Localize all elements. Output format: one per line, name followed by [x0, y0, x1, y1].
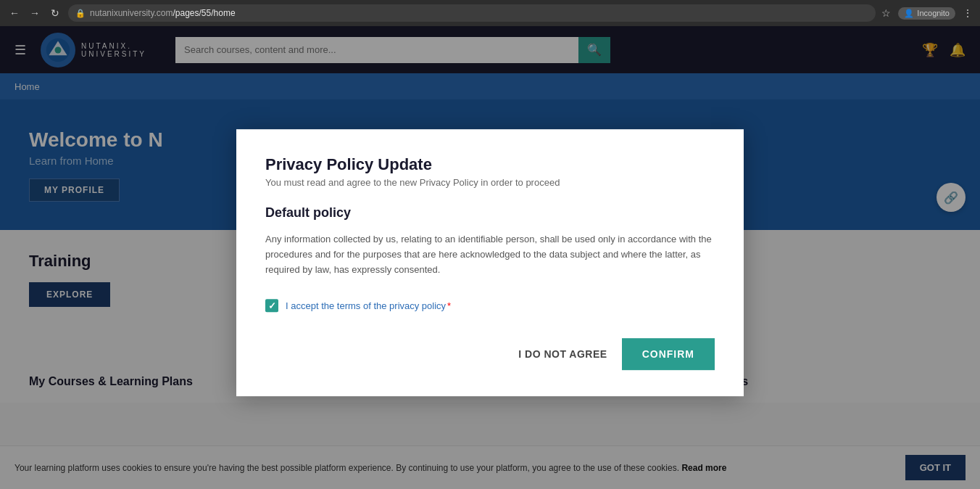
browser-actions: ☆ 👤 Incognito ⋮ [881, 7, 973, 20]
no-agree-button[interactable]: I DO NOT AGREE [518, 349, 607, 361]
forward-button[interactable]: → [28, 6, 42, 20]
incognito-label: Incognito [917, 9, 950, 17]
checkbox-label[interactable]: I accept the terms of the privacy policy… [286, 300, 451, 311]
modal-actions: I DO NOT AGREE CONFIRM [265, 339, 715, 371]
checkbox-row: I accept the terms of the privacy policy… [265, 300, 715, 313]
incognito-icon: 👤 [904, 9, 914, 18]
lock-icon: 🔒 [75, 9, 86, 18]
accept-checkbox[interactable] [265, 300, 278, 313]
confirm-button[interactable]: CONFIRM [622, 339, 715, 371]
address-bar[interactable]: 🔒 nutanixuniversity.com/pages/55/home [68, 4, 876, 22]
modal-subtitle: You must read and agree to the new Priva… [265, 177, 715, 188]
policy-text: Any information collected by us, relatin… [265, 232, 715, 277]
modal-title: Privacy Policy Update [265, 155, 715, 174]
back-button[interactable]: ← [7, 6, 22, 20]
privacy-policy-modal: Privacy Policy Update You must read and … [236, 129, 744, 396]
policy-title: Default policy [265, 205, 715, 221]
refresh-button[interactable]: ↻ [48, 6, 62, 20]
browser-bar: ← → ↻ 🔒 nutanixuniversity.com/pages/55/h… [0, 0, 980, 26]
star-icon[interactable]: ☆ [881, 7, 891, 19]
menu-dots-icon[interactable]: ⋮ [963, 7, 973, 19]
website: ☰ NUTANIX. UNIVERSITY 🔍 🏆 🔔 Home [0, 26, 980, 489]
incognito-badge: 👤 Incognito [898, 7, 955, 20]
browser-url: nutanixuniversity.com/pages/55/home [90, 8, 236, 18]
required-star: * [447, 300, 451, 311]
